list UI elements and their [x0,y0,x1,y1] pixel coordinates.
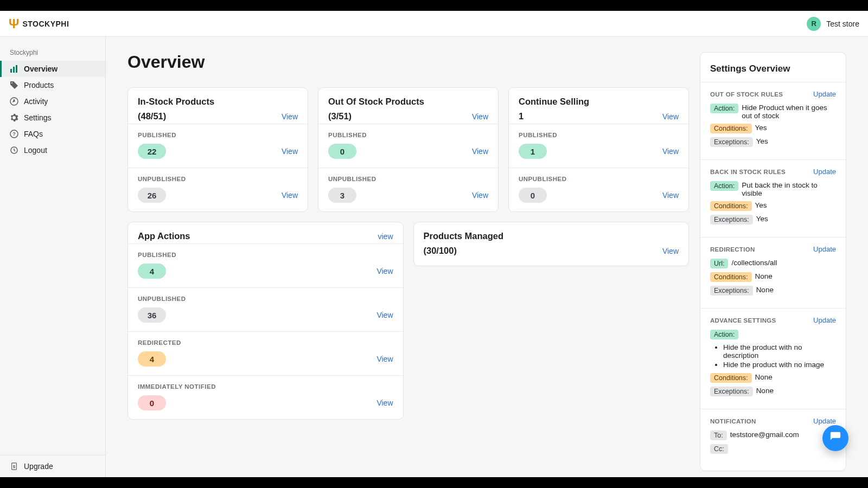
published-badge: 1 [519,144,547,159]
block-heading: BACK IN STOCK RULES [710,169,786,175]
update-link[interactable]: Update [813,90,836,98]
exceptions-tag: Exceptions: [710,137,753,147]
card-ratio: (30/100) [424,246,457,256]
conditions-text: Yes [755,201,836,209]
store-switcher[interactable]: R Test store [807,17,859,31]
view-link[interactable]: View [662,247,679,255]
upgrade-label: Upgrade [24,462,53,471]
chat-fab[interactable] [822,425,848,451]
action-tag: Action: [710,104,738,113]
conditions-tag: Conditions: [710,201,752,211]
card-continue-selling: Continue Selling 1 View PUBLISHED 1 View [508,87,689,212]
view-link[interactable]: View [662,112,679,121]
page-title: Overview [127,52,689,72]
view-link[interactable]: View [472,191,488,200]
view-link[interactable]: View [282,112,298,121]
card-title: In-Stock Products [138,97,298,107]
exceptions-text: None [756,387,836,395]
settings-block-advance: ADVANCE SETTINGS Update Action: Hide the… [700,308,846,409]
stat-label: PUBLISHED [328,132,488,138]
svg-text:?: ? [12,131,16,137]
update-link[interactable]: Update [813,417,836,425]
advance-bullet: Hide the product with no description [723,343,836,359]
body: Stockyphi Overview Products Activity Set… [0,37,868,477]
view-link[interactable]: View [376,355,393,363]
view-link[interactable]: View [472,147,488,156]
stat-label: UNPUBLISHED [138,296,393,302]
conditions-text: Yes [755,124,836,132]
svg-rect-2 [16,65,17,73]
card-products-managed: Products Managed (30/100) View [413,222,690,266]
svg-rect-0 [10,69,12,73]
tag-icon [10,81,18,89]
upgrade-button[interactable]: $ Upgrade [0,455,105,477]
block-heading: NOTIFICATION [710,418,756,425]
block-heading: ADVANCE SETTINGS [710,317,776,324]
view-link[interactable]: View [282,147,298,156]
sidebar-heading: Stockyphi [0,46,105,61]
sidebar-item-overview[interactable]: Overview [0,61,105,77]
card-title: Out Of Stock Products [328,97,488,107]
card-ratio: 1 [519,111,524,121]
view-link[interactable]: View [282,191,298,200]
settings-overview-panel: Settings Overview OUT OF STOCK RULES Upd… [700,52,846,471]
card-title: Continue Selling [519,97,679,107]
sidebar-item-label: Settings [24,113,52,122]
main-left: Overview In-Stock Products (48/51) View … [127,52,689,420]
update-link[interactable]: Update [813,168,836,176]
unpublished-badge: 26 [138,188,166,203]
sidebar-item-settings[interactable]: Settings [0,110,105,126]
store-name: Test store [826,20,859,28]
sidebar-item-activity[interactable]: Activity [0,93,105,110]
stat-label: PUBLISHED [138,132,298,138]
published-badge: 22 [138,144,166,159]
overview-row-1: In-Stock Products (48/51) View PUBLISHED… [127,87,689,212]
unpublished-badge: 36 [138,307,166,323]
view-link[interactable]: view [378,232,393,241]
gear-icon [10,113,18,122]
exceptions-tag: Exceptions: [710,387,753,396]
update-link[interactable]: Update [813,245,836,253]
sidebar-item-label: FAQs [24,130,43,138]
update-link[interactable]: Update [813,316,836,324]
notified-badge: 0 [138,395,166,410]
published-badge: 0 [328,144,356,159]
sidebar-item-faqs[interactable]: ? FAQs [0,126,105,142]
sidebar-item-logout[interactable]: Logout [0,142,105,158]
card-ratio: (3/51) [328,111,352,121]
exceptions-text: None [756,286,836,294]
action-text: Put back the in stock to visible [742,181,836,197]
action-text: Hide Product when it goes out of stock [742,104,836,120]
advance-bullet-list: Hide the product with no description Hid… [710,343,836,369]
stat-label: UNPUBLISHED [138,176,298,182]
view-link[interactable]: View [376,399,393,407]
stat-label: PUBLISHED [138,252,393,258]
card-title: Products Managed [424,231,679,241]
view-link[interactable]: View [472,112,488,121]
exceptions-tag: Exceptions: [710,215,753,224]
compass-icon [10,97,18,106]
settings-block-back-in-stock: BACK IN STOCK RULES Update Action:Put ba… [700,159,846,237]
action-tag: Action: [710,330,738,339]
view-link[interactable]: View [662,147,679,156]
conditions-tag: Conditions: [710,373,752,383]
brand-name: STOCKYPHI [22,20,69,28]
sidebar-item-label: Activity [24,97,48,106]
app-window: Ψ STOCKYPHI R Test store Stockyphi Overv… [0,11,868,477]
conditions-tag: Conditions: [710,124,752,133]
logout-icon [10,146,18,155]
view-link[interactable]: View [662,191,679,200]
stat-label: UNPUBLISHED [328,176,488,182]
url-text: /collections/all [731,259,836,267]
unpublished-badge: 3 [328,188,356,203]
stat-label: IMMEDIATELY NOTIFIED [138,383,393,390]
redirected-badge: 4 [138,351,166,367]
view-link[interactable]: View [376,267,393,275]
settings-block-out-of-stock: OUT OF STOCK RULES Update Action:Hide Pr… [700,82,846,159]
sidebar-item-label: Overview [24,65,58,73]
unpublished-badge: 0 [519,188,547,203]
card-out-stock: Out Of Stock Products (3/51) View PUBLIS… [318,87,499,212]
view-link[interactable]: View [376,311,393,319]
sidebar-item-products[interactable]: Products [0,77,105,93]
chat-icon [829,431,841,445]
